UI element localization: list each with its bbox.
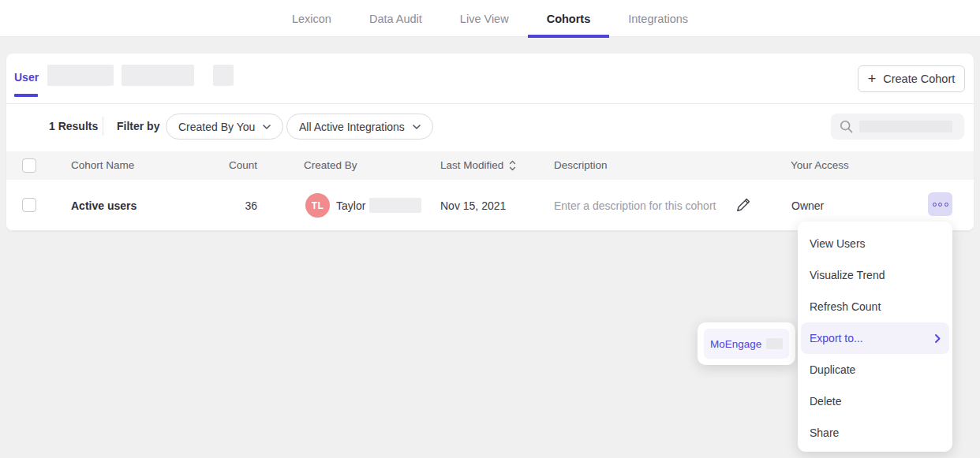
ellipsis-icon <box>933 203 937 207</box>
tab-label: Cohorts <box>547 13 591 25</box>
column-header-your-access: Your Access <box>791 159 849 171</box>
tab-data-audit[interactable]: Data Audit <box>350 0 441 37</box>
column-header-created-by: Created By <box>304 159 357 171</box>
tab-label: Data Audit <box>369 13 422 25</box>
created-by-dropdown[interactable]: Created By You <box>166 114 283 140</box>
menu-item-label: View Users <box>810 237 866 250</box>
sort-icon <box>509 160 516 171</box>
cohort-actions-menu: View Users Visualize Trend Refresh Count… <box>798 222 952 452</box>
user-tab-underline <box>14 94 38 97</box>
filter-by-label: Filter by <box>117 120 159 132</box>
menu-item-share[interactable]: Share <box>798 417 952 449</box>
table-header: Cohort Name Count Created By Last Modifi… <box>6 151 974 180</box>
tab-label: Integrations <box>628 13 688 25</box>
menu-item-label: Delete <box>810 395 841 408</box>
column-header-label: Last Modified <box>440 159 503 171</box>
dropdown-value: All Active Integrations <box>299 121 405 133</box>
select-all-checkbox[interactable] <box>22 158 36 173</box>
tab-cohorts[interactable]: Cohorts <box>528 0 610 37</box>
cohorts-card: User + Create Cohort 1 Results Filter by… <box>6 54 974 231</box>
created-by-cell: Taylor <box>336 199 365 212</box>
chevron-down-icon <box>413 125 421 129</box>
column-header-description: Description <box>554 159 608 171</box>
create-cohort-button[interactable]: + Create Cohort <box>858 65 965 92</box>
menu-item-duplicate[interactable]: Duplicate <box>798 354 952 385</box>
export-submenu: MoEngage <box>698 322 795 365</box>
row-checkbox[interactable] <box>22 198 36 212</box>
tab-label: Lexicon <box>292 13 331 25</box>
last-modified-cell: Nov 15, 2021 <box>440 199 506 212</box>
menu-item-visualize-trend[interactable]: Visualize Trend <box>798 259 952 291</box>
redacted-last-name <box>369 198 421 213</box>
divider <box>6 103 974 104</box>
chevron-down-icon <box>263 125 271 129</box>
results-count: 1 Results <box>49 120 98 132</box>
active-integrations-dropdown[interactable]: All Active Integrations <box>286 114 433 140</box>
menu-item-label: Refresh Count <box>810 300 881 313</box>
submenu-item-label: MoEngage <box>710 338 761 350</box>
active-tab-underline <box>528 35 610 38</box>
divider <box>103 117 103 136</box>
description-field[interactable] <box>554 197 731 214</box>
submenu-item-moengage[interactable]: MoEngage <box>704 329 789 359</box>
tab-live-view[interactable]: Live View <box>441 0 528 37</box>
tab-label: Live View <box>460 13 509 25</box>
column-header-last-modified[interactable]: Last Modified <box>440 159 516 171</box>
menu-item-refresh-count[interactable]: Refresh Count <box>798 291 952 322</box>
tab-lexicon[interactable]: Lexicon <box>273 0 350 37</box>
cohorts-page: Lexicon Data Audit Live View Cohorts Int… <box>0 0 980 458</box>
menu-item-label: Visualize Trend <box>810 269 885 281</box>
column-header-count: Count <box>204 159 257 171</box>
ellipsis-icon <box>938 203 942 207</box>
redacted-tab <box>122 65 194 86</box>
count-cell: 36 <box>204 199 257 212</box>
plus-icon: + <box>868 72 877 86</box>
cohort-name-cell[interactable]: Active users <box>71 199 137 212</box>
redacted-tab <box>47 65 114 86</box>
tab-integrations[interactable]: Integrations <box>609 0 707 37</box>
menu-item-delete[interactable]: Delete <box>798 385 952 417</box>
menu-item-export-to[interactable]: Export to... <box>801 322 949 354</box>
menu-item-label: Export to... <box>810 332 863 344</box>
create-cohort-label: Create Cohort <box>883 73 955 85</box>
tab-user[interactable]: User <box>14 71 39 84</box>
menu-item-view-users[interactable]: View Users <box>798 228 952 259</box>
row-actions-button[interactable] <box>928 192 952 216</box>
edit-description-button[interactable] <box>734 195 753 214</box>
search-icon <box>840 120 853 133</box>
search-input[interactable] <box>831 114 964 140</box>
ellipsis-icon <box>944 203 948 207</box>
menu-item-label: Share <box>810 426 839 439</box>
redacted-search-text <box>859 121 952 132</box>
redacted-tab <box>213 65 234 86</box>
pencil-icon <box>735 197 751 213</box>
avatar: TL <box>305 193 330 218</box>
top-nav: Lexicon Data Audit Live View Cohorts Int… <box>0 0 980 37</box>
chevron-right-icon <box>935 334 941 343</box>
menu-item-label: Duplicate <box>810 363 855 376</box>
your-access-cell: Owner <box>791 199 824 212</box>
dropdown-value: Created By You <box>178 121 255 133</box>
redacted-text <box>766 338 783 349</box>
column-header-cohort-name: Cohort Name <box>71 159 134 171</box>
